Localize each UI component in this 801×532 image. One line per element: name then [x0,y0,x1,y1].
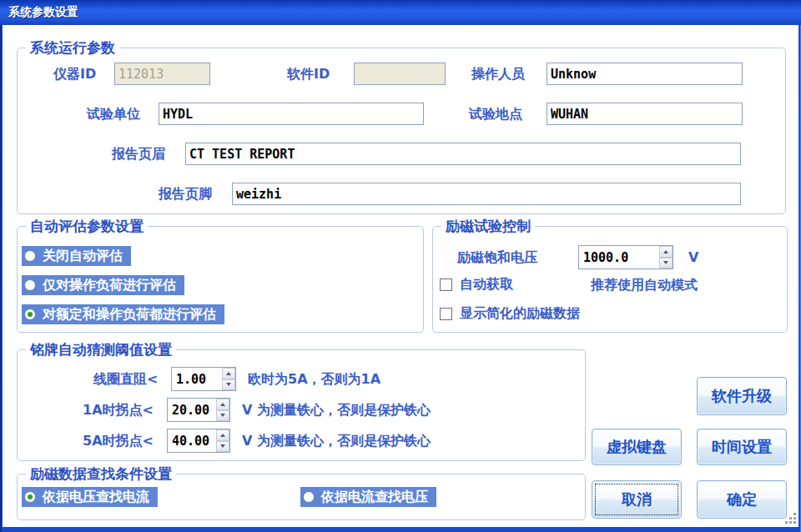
test-unit-input[interactable] [159,103,424,125]
radio-icon [24,279,36,291]
radio-icon [24,491,36,503]
window-title: 系统参数设置 [8,0,78,24]
knee-5a-label: 5A时拐点< [83,433,154,449]
arrow-up-icon [220,434,225,437]
group-nameplate-legend: 铭牌自动猜测阈值设置 [26,341,176,358]
instrument-id-label: 仪器ID [53,66,96,83]
radio-icon [303,491,315,503]
software-id-label: 软件ID [287,66,330,83]
group-system-legend: 系统运行参数 [26,39,119,56]
radio-label: 依据电流查找电压 [321,489,428,504]
resize-grip[interactable] [785,513,797,524]
checkbox-icon [440,279,452,291]
knee-5a-spinner[interactable] [167,429,230,453]
saturation-voltage-label: 励磁饱和电压 [457,249,537,266]
arrow-down-icon [220,414,225,417]
knee-1a-input[interactable] [168,399,216,421]
auto-acquire-hint: 推荐使用自动模式 [591,277,698,294]
cancel-button[interactable]: 取消 [592,480,682,519]
time-setting-button[interactable]: 时间设置 [697,429,787,465]
knee-1a-suffix: V 为测量铁心，否则是保护铁心 [242,402,431,419]
radio-icon [24,309,36,320]
checkbox-label: 自动获取 [460,276,513,294]
spinner-buttons[interactable] [216,429,229,452]
test-site-label: 试验地点 [469,106,522,123]
coil-resistance-spinner[interactable] [171,367,236,391]
instrument-id-input [114,63,210,85]
spin-up-button[interactable] [216,399,229,410]
radio-option-search-voltage-by-current[interactable]: 依据电流查找电压 [300,487,436,507]
spinner-buttons[interactable] [216,399,229,421]
spinner-buttons[interactable] [659,246,673,269]
saturation-voltage-spinner[interactable] [578,245,673,269]
radio-option-eval-operating-burden[interactable]: 仅对操作负荷进行评估 [22,275,184,295]
checkbox-icon [440,308,452,320]
group-auto-eval-legend: 自动评估参数设置 [26,218,148,234]
report-header-label: 报告页眉 [112,146,165,163]
radio-label: 仅对操作负荷进行评估 [43,278,176,292]
radio-label: 依据电压查找电流 [43,489,149,504]
operator-label: 操作人员 [471,66,525,83]
radio-option-search-current-by-voltage[interactable]: 依据电压查找电流 [22,487,158,507]
arrow-up-icon [663,250,668,253]
checkbox-label: 显示简化的励磁数据 [460,305,580,323]
ok-button[interactable]: 确定 [697,480,787,519]
report-footer-input[interactable] [232,183,741,205]
arrow-down-icon [663,261,668,264]
software-upgrade-button[interactable]: 软件升级 [697,377,787,415]
saturation-voltage-input[interactable] [579,246,659,269]
arrow-down-icon [220,444,225,448]
virtual-keyboard-button[interactable]: 虚拟键盘 [592,429,682,465]
test-site-input[interactable] [547,103,743,125]
coil-resistance-label: 线圈直阻< [93,371,158,388]
checkbox-auto-acquire[interactable]: 自动获取 [440,276,513,294]
title-bar: 系统参数设置 [0,0,801,25]
radio-label: 对额定和操作负荷都进行评估 [43,307,216,321]
software-id-input [354,63,446,85]
spinner-buttons[interactable] [222,368,235,390]
report-header-input[interactable] [185,143,741,165]
spin-up-button[interactable] [222,368,235,379]
spin-down-button[interactable] [216,410,229,422]
radio-option-eval-rated-and-operating[interactable]: 对额定和操作负荷都进行评估 [22,304,224,324]
arrow-up-icon [220,403,225,406]
report-footer-label: 报告页脚 [159,186,212,203]
coil-resistance-suffix: 欧时为5A，否则为1A [248,371,380,388]
test-unit-label: 试验单位 [87,106,140,123]
saturation-voltage-unit: V [688,249,698,266]
knee-1a-label: 1A时拐点< [83,402,154,419]
radio-icon [24,250,36,262]
group-search-legend: 励磁数据查找条件设置 [26,465,176,482]
spin-up-button[interactable] [659,246,673,258]
knee-5a-suffix: V 为测量铁心，否则是保护铁心 [242,433,431,449]
spin-down-button[interactable] [659,258,673,269]
radio-option-disable-auto-eval[interactable]: 关闭自动评估 [22,246,131,266]
radio-label: 关闭自动评估 [43,248,123,263]
arrow-down-icon [226,383,231,386]
checkbox-show-simplified-data[interactable]: 显示简化的励磁数据 [440,305,580,323]
spin-down-button[interactable] [216,441,229,453]
knee-1a-spinner[interactable] [167,398,230,422]
group-excitation-legend: 励磁试验控制 [441,218,535,234]
coil-resistance-input[interactable] [172,368,222,390]
operator-input[interactable] [547,63,743,85]
knee-5a-input[interactable] [168,429,216,452]
arrow-up-icon [226,372,231,375]
spin-down-button[interactable] [222,379,235,391]
spin-up-button[interactable] [216,429,229,441]
